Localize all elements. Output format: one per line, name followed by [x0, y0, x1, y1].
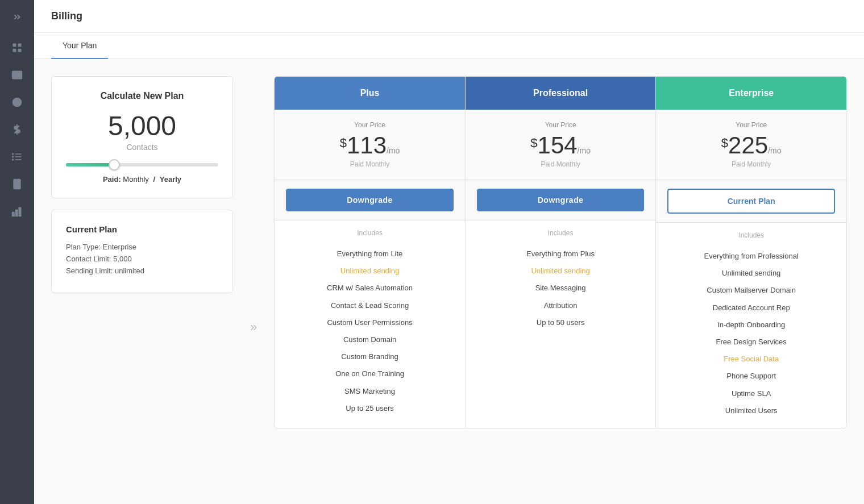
sidebar-item-analytics[interactable] [6, 200, 28, 223]
page-title: Billing [51, 10, 847, 22]
price-paid-note-enterprise: Paid Monthly [667, 160, 835, 168]
contact-limit-label: Contact Limit: [66, 255, 111, 263]
svg-point-14 [13, 159, 14, 160]
sidebar-item-billing[interactable] [6, 118, 28, 141]
sidebar-item-list[interactable] [6, 145, 28, 168]
price-section-professional: Your Price$154/moPaid Monthly [466, 110, 656, 180]
price-amount-professional: $154/mo [477, 134, 645, 157]
page-header: Billing [34, 0, 864, 33]
pricing-column-plus: PlusYour Price$113/moPaid MonthlyDowngra… [275, 77, 466, 428]
plan-header-plus: Plus [275, 77, 465, 110]
main-content: Billing Your Plan Calculate New Plan 5,0… [34, 0, 864, 504]
feature-item: Site Messaging [477, 280, 645, 297]
paid-label: Paid: [103, 175, 121, 184]
feature-item: Free Social Data [667, 351, 835, 368]
calculate-plan-card: Calculate New Plan 5,000 Contacts Paid: … [51, 76, 233, 198]
price-amount-plus: $113/mo [286, 134, 454, 157]
pricing-column-enterprise: EnterpriseYour Price$225/moPaid MonthlyC… [656, 77, 846, 428]
price-paid-note-plus: Paid Monthly [286, 160, 454, 168]
price-label-professional: Your Price [477, 121, 645, 129]
includes-section-plus: IncludesEverything from LiteUnlimited se… [275, 220, 465, 426]
contact-limit: Contact Limit: 5,000 [66, 255, 218, 263]
feature-item: Custom User Permissions [286, 314, 454, 331]
svg-rect-21 [19, 207, 20, 216]
sidebar-item-reports[interactable] [6, 173, 28, 195]
btn-section-enterprise: Current Plan [656, 180, 846, 223]
slider-track [66, 163, 218, 166]
feature-item: Unlimited sending [286, 263, 454, 280]
svg-point-7 [16, 102, 18, 103]
btn-section-professional: Downgrade [466, 180, 656, 220]
current-plan-card: Current Plan Plan Type: Enterprise Conta… [51, 210, 233, 293]
feature-item: Dedicated Account Rep [667, 299, 835, 316]
includes-label-plus: Includes [286, 229, 454, 237]
svg-rect-1 [18, 44, 22, 47]
includes-section-professional: IncludesEverything from PlusUnlimited se… [466, 220, 656, 340]
yearly-link[interactable]: Yearly [160, 175, 181, 184]
feature-item: Everything from Plus [477, 245, 645, 263]
contacts-slider-container[interactable] [66, 163, 218, 166]
svg-point-12 [13, 153, 14, 155]
feature-item: Phone Support [667, 368, 835, 385]
current-plan-title: Current Plan [66, 224, 218, 234]
price-label-plus: Your Price [286, 121, 454, 129]
paid-options: Paid: Monthly / Yearly [66, 175, 218, 184]
slider-thumb[interactable] [109, 159, 120, 170]
tabs-bar: Your Plan [34, 33, 864, 59]
price-paid-note-professional: Paid Monthly [477, 160, 645, 168]
plan-type-label: Plan Type: [66, 243, 101, 251]
feature-item: Custom Mailserver Domain [667, 282, 835, 299]
feature-item: Attribution [477, 297, 645, 314]
content-area: Calculate New Plan 5,000 Contacts Paid: … [34, 59, 864, 504]
tab-your-plan[interactable]: Your Plan [51, 33, 108, 59]
includes-section-enterprise: IncludesEverything from ProfessionalUnli… [656, 223, 846, 428]
plus-action-button[interactable]: Downgrade [286, 189, 454, 211]
professional-action-button[interactable]: Downgrade [477, 189, 645, 211]
feature-item: Up to 50 users [477, 314, 645, 331]
sidebar-item-email[interactable] [6, 64, 28, 86]
svg-point-13 [13, 156, 14, 157]
calculate-plan-title: Calculate New Plan [66, 91, 218, 101]
enterprise-action-button[interactable]: Current Plan [667, 189, 835, 214]
price-section-plus: Your Price$113/moPaid Monthly [275, 110, 465, 180]
feature-item: CRM w/ Sales Automation [286, 280, 454, 297]
feature-item: SMS Marketing [286, 383, 454, 400]
monthly-link[interactable]: Monthly [123, 175, 149, 184]
feature-item: Custom Branding [286, 348, 454, 365]
price-label-enterprise: Your Price [667, 121, 835, 129]
includes-label-professional: Includes [477, 229, 645, 237]
sidebar-item-dashboard[interactable] [6, 36, 28, 59]
btn-section-plus: Downgrade [275, 180, 465, 220]
feature-item: Unlimited sending [667, 265, 835, 282]
sidebar [0, 0, 34, 504]
price-amount-enterprise: $225/mo [667, 134, 835, 157]
feature-item: In-depth Onboarding [667, 316, 835, 334]
arrow-right-icon: » [250, 320, 257, 335]
feature-item: Unlimited sending [477, 263, 645, 280]
left-panel: Calculate New Plan 5,000 Contacts Paid: … [51, 76, 233, 487]
feature-item: Up to 25 users [286, 400, 454, 417]
sending-limit-value: unlimited [115, 266, 144, 275]
paid-separator: / [153, 175, 156, 184]
sending-limit: Sending Limit: unlimited [66, 266, 218, 275]
price-section-enterprise: Your Price$225/moPaid Monthly [656, 110, 846, 180]
feature-item: Contact & Lead Scoring [286, 297, 454, 314]
includes-label-enterprise: Includes [667, 231, 835, 239]
plan-header-enterprise: Enterprise [656, 77, 846, 110]
contacts-label: Contacts [66, 143, 218, 152]
feature-item: One on One Training [286, 365, 454, 382]
sidebar-toggle[interactable] [6, 6, 28, 28]
contacts-number: 5,000 [66, 113, 218, 140]
feature-item: Unlimited Users [667, 402, 835, 419]
sending-limit-label: Sending Limit: [66, 266, 113, 275]
plan-type-value: Enterprise [103, 243, 136, 251]
svg-rect-20 [16, 210, 18, 216]
svg-rect-19 [13, 213, 14, 216]
feature-item: Custom Domain [286, 331, 454, 348]
feature-item: Free Design Services [667, 334, 835, 351]
sidebar-item-targeting[interactable] [6, 91, 28, 114]
feature-item: Uptime SLA [667, 385, 835, 402]
plan-header-professional: Professional [466, 77, 656, 110]
plan-type: Plan Type: Enterprise [66, 243, 218, 251]
feature-item: Everything from Professional [667, 248, 835, 265]
